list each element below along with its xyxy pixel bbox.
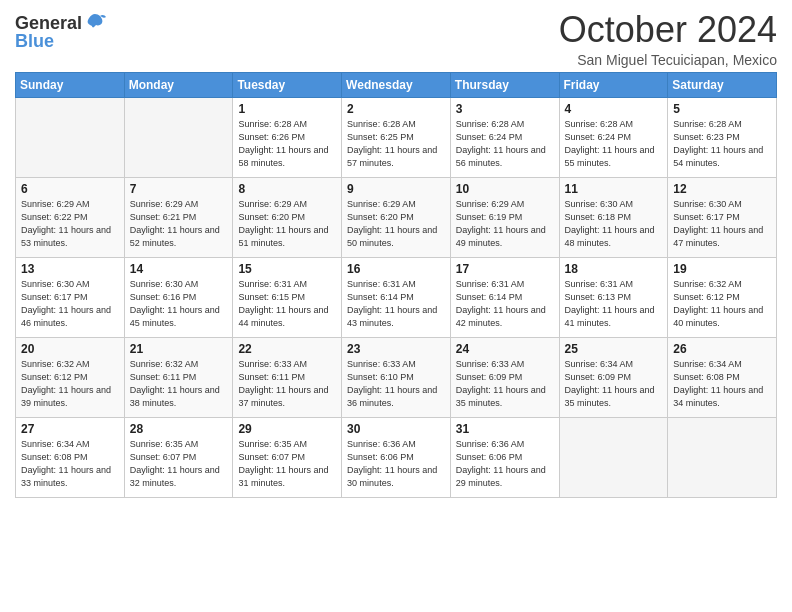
day-detail: Sunrise: 6:31 AMSunset: 6:13 PMDaylight:… <box>565 278 663 330</box>
day-detail: Sunrise: 6:35 AMSunset: 6:07 PMDaylight:… <box>238 438 336 490</box>
table-row: 10Sunrise: 6:29 AMSunset: 6:19 PMDayligh… <box>450 177 559 257</box>
day-detail: Sunrise: 6:32 AMSunset: 6:12 PMDaylight:… <box>21 358 119 410</box>
col-wednesday: Wednesday <box>342 72 451 97</box>
day-detail: Sunrise: 6:28 AMSunset: 6:24 PMDaylight:… <box>565 118 663 170</box>
day-number: 8 <box>238 182 336 196</box>
calendar-week-row: 20Sunrise: 6:32 AMSunset: 6:12 PMDayligh… <box>16 337 777 417</box>
month-title: October 2024 <box>559 10 777 50</box>
table-row: 6Sunrise: 6:29 AMSunset: 6:22 PMDaylight… <box>16 177 125 257</box>
table-row: 27Sunrise: 6:34 AMSunset: 6:08 PMDayligh… <box>16 417 125 497</box>
logo: General Blue <box>15 14 106 52</box>
col-friday: Friday <box>559 72 668 97</box>
table-row: 26Sunrise: 6:34 AMSunset: 6:08 PMDayligh… <box>668 337 777 417</box>
day-detail: Sunrise: 6:34 AMSunset: 6:08 PMDaylight:… <box>673 358 771 410</box>
day-number: 7 <box>130 182 228 196</box>
day-detail: Sunrise: 6:28 AMSunset: 6:26 PMDaylight:… <box>238 118 336 170</box>
day-number: 28 <box>130 422 228 436</box>
day-detail: Sunrise: 6:29 AMSunset: 6:22 PMDaylight:… <box>21 198 119 250</box>
day-detail: Sunrise: 6:29 AMSunset: 6:21 PMDaylight:… <box>130 198 228 250</box>
col-sunday: Sunday <box>16 72 125 97</box>
day-detail: Sunrise: 6:33 AMSunset: 6:10 PMDaylight:… <box>347 358 445 410</box>
day-detail: Sunrise: 6:34 AMSunset: 6:08 PMDaylight:… <box>21 438 119 490</box>
day-number: 13 <box>21 262 119 276</box>
table-row <box>668 417 777 497</box>
day-number: 27 <box>21 422 119 436</box>
calendar-week-row: 27Sunrise: 6:34 AMSunset: 6:08 PMDayligh… <box>16 417 777 497</box>
day-number: 1 <box>238 102 336 116</box>
day-detail: Sunrise: 6:28 AMSunset: 6:23 PMDaylight:… <box>673 118 771 170</box>
table-row: 1Sunrise: 6:28 AMSunset: 6:26 PMDaylight… <box>233 97 342 177</box>
table-row: 3Sunrise: 6:28 AMSunset: 6:24 PMDaylight… <box>450 97 559 177</box>
table-row: 17Sunrise: 6:31 AMSunset: 6:14 PMDayligh… <box>450 257 559 337</box>
day-detail: Sunrise: 6:36 AMSunset: 6:06 PMDaylight:… <box>456 438 554 490</box>
day-detail: Sunrise: 6:31 AMSunset: 6:15 PMDaylight:… <box>238 278 336 330</box>
col-monday: Monday <box>124 72 233 97</box>
day-detail: Sunrise: 6:36 AMSunset: 6:06 PMDaylight:… <box>347 438 445 490</box>
day-number: 19 <box>673 262 771 276</box>
day-number: 9 <box>347 182 445 196</box>
table-row: 20Sunrise: 6:32 AMSunset: 6:12 PMDayligh… <box>16 337 125 417</box>
table-row: 24Sunrise: 6:33 AMSunset: 6:09 PMDayligh… <box>450 337 559 417</box>
calendar-table: Sunday Monday Tuesday Wednesday Thursday… <box>15 72 777 498</box>
day-number: 30 <box>347 422 445 436</box>
day-number: 31 <box>456 422 554 436</box>
day-number: 23 <box>347 342 445 356</box>
table-row: 31Sunrise: 6:36 AMSunset: 6:06 PMDayligh… <box>450 417 559 497</box>
day-detail: Sunrise: 6:29 AMSunset: 6:20 PMDaylight:… <box>347 198 445 250</box>
day-number: 5 <box>673 102 771 116</box>
table-row: 29Sunrise: 6:35 AMSunset: 6:07 PMDayligh… <box>233 417 342 497</box>
table-row: 23Sunrise: 6:33 AMSunset: 6:10 PMDayligh… <box>342 337 451 417</box>
day-detail: Sunrise: 6:34 AMSunset: 6:09 PMDaylight:… <box>565 358 663 410</box>
day-number: 11 <box>565 182 663 196</box>
day-number: 20 <box>21 342 119 356</box>
day-detail: Sunrise: 6:30 AMSunset: 6:17 PMDaylight:… <box>21 278 119 330</box>
day-detail: Sunrise: 6:28 AMSunset: 6:25 PMDaylight:… <box>347 118 445 170</box>
page: General Blue October 2024 San Miguel Tec… <box>0 0 792 612</box>
day-number: 26 <box>673 342 771 356</box>
day-detail: Sunrise: 6:29 AMSunset: 6:19 PMDaylight:… <box>456 198 554 250</box>
logo-bird-icon <box>84 13 106 31</box>
day-number: 21 <box>130 342 228 356</box>
day-detail: Sunrise: 6:32 AMSunset: 6:11 PMDaylight:… <box>130 358 228 410</box>
calendar-header-row: Sunday Monday Tuesday Wednesday Thursday… <box>16 72 777 97</box>
table-row: 21Sunrise: 6:32 AMSunset: 6:11 PMDayligh… <box>124 337 233 417</box>
day-detail: Sunrise: 6:33 AMSunset: 6:09 PMDaylight:… <box>456 358 554 410</box>
table-row: 8Sunrise: 6:29 AMSunset: 6:20 PMDaylight… <box>233 177 342 257</box>
day-detail: Sunrise: 6:30 AMSunset: 6:17 PMDaylight:… <box>673 198 771 250</box>
table-row: 4Sunrise: 6:28 AMSunset: 6:24 PMDaylight… <box>559 97 668 177</box>
day-number: 4 <box>565 102 663 116</box>
table-row: 7Sunrise: 6:29 AMSunset: 6:21 PMDaylight… <box>124 177 233 257</box>
col-thursday: Thursday <box>450 72 559 97</box>
table-row: 12Sunrise: 6:30 AMSunset: 6:17 PMDayligh… <box>668 177 777 257</box>
day-number: 2 <box>347 102 445 116</box>
day-detail: Sunrise: 6:35 AMSunset: 6:07 PMDaylight:… <box>130 438 228 490</box>
day-detail: Sunrise: 6:29 AMSunset: 6:20 PMDaylight:… <box>238 198 336 250</box>
table-row: 28Sunrise: 6:35 AMSunset: 6:07 PMDayligh… <box>124 417 233 497</box>
day-number: 24 <box>456 342 554 356</box>
header: General Blue October 2024 San Miguel Tec… <box>15 10 777 68</box>
table-row <box>124 97 233 177</box>
calendar-week-row: 13Sunrise: 6:30 AMSunset: 6:17 PMDayligh… <box>16 257 777 337</box>
day-detail: Sunrise: 6:32 AMSunset: 6:12 PMDaylight:… <box>673 278 771 330</box>
table-row: 22Sunrise: 6:33 AMSunset: 6:11 PMDayligh… <box>233 337 342 417</box>
table-row: 13Sunrise: 6:30 AMSunset: 6:17 PMDayligh… <box>16 257 125 337</box>
table-row <box>16 97 125 177</box>
location-title: San Miguel Tecuiciapan, Mexico <box>559 52 777 68</box>
day-number: 22 <box>238 342 336 356</box>
logo-text-line2: Blue <box>15 32 106 52</box>
day-number: 17 <box>456 262 554 276</box>
table-row: 25Sunrise: 6:34 AMSunset: 6:09 PMDayligh… <box>559 337 668 417</box>
day-number: 25 <box>565 342 663 356</box>
day-number: 29 <box>238 422 336 436</box>
table-row: 5Sunrise: 6:28 AMSunset: 6:23 PMDaylight… <box>668 97 777 177</box>
day-number: 14 <box>130 262 228 276</box>
day-detail: Sunrise: 6:30 AMSunset: 6:18 PMDaylight:… <box>565 198 663 250</box>
calendar-week-row: 1Sunrise: 6:28 AMSunset: 6:26 PMDaylight… <box>16 97 777 177</box>
day-detail: Sunrise: 6:28 AMSunset: 6:24 PMDaylight:… <box>456 118 554 170</box>
col-tuesday: Tuesday <box>233 72 342 97</box>
col-saturday: Saturday <box>668 72 777 97</box>
table-row <box>559 417 668 497</box>
table-row: 11Sunrise: 6:30 AMSunset: 6:18 PMDayligh… <box>559 177 668 257</box>
table-row: 18Sunrise: 6:31 AMSunset: 6:13 PMDayligh… <box>559 257 668 337</box>
day-detail: Sunrise: 6:30 AMSunset: 6:16 PMDaylight:… <box>130 278 228 330</box>
